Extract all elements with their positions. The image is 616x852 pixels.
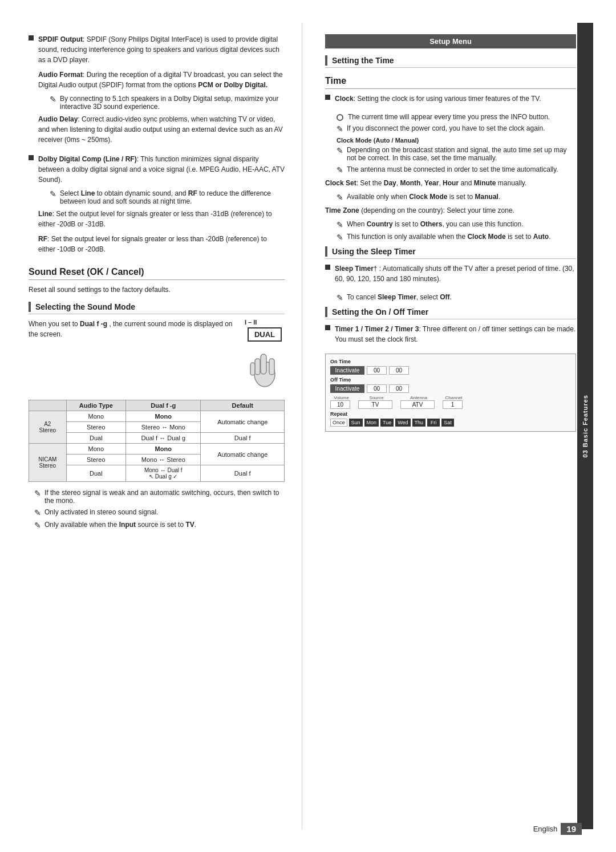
a2-stereo-type: Stereo [66,422,125,433]
clock-label: Clock [335,95,354,103]
on-off-timer-heading: Setting the On / Off Timer [332,307,428,317]
pencil-icon-1: ✎ [50,95,56,104]
audio-format-label: Audio Format [38,71,83,79]
off-time-label: Off Time [330,377,571,383]
pencil-icon-9: ✎ [337,193,343,202]
selecting-heading: Selecting the Sound Mode [35,302,135,311]
a2-mono-type: Mono [66,411,125,422]
section-bar-icon-2 [325,55,327,66]
source-field: TV [358,400,392,409]
stereo-note1: ✎ If the stereo signal is weak and an au… [29,489,285,505]
timer-note-text: Timer 1 / Timer 2 / Timer 3 [335,325,419,333]
nicam-mono-type: Mono [66,444,125,455]
selecting-heading-container: Selecting the Sound Mode [29,302,285,314]
volume-label: Volume [334,395,349,400]
stereo-note3: ✎ Only available when the Input source i… [29,521,285,530]
pencil-icon-5: ✎ [34,521,41,530]
table-row: Dual Dual f ↔ Dual g Dual f [29,433,285,444]
table-header-dual: Dual f -g [126,400,201,411]
channel-field: 1 [443,400,463,409]
a2-dual-dual: Dual f ↔ Dual g [126,433,201,444]
nicam-stereo-type: Stereo [66,455,125,465]
table-header-default: Default [201,400,285,411]
section-bar-icon-4 [325,307,327,317]
clock-content: Clock: Setting the clock is for using va… [335,94,541,108]
on-time-label: On Time [330,359,571,364]
source-label: Source [369,395,383,400]
audio-delay-label: Audio Delay [38,115,78,123]
audio-format-options: PCM or Dolby Digital. [198,81,268,89]
stereo-note1-text: If the stereo signal is weak and an auto… [44,489,285,505]
pencil-icon-4: ✎ [34,508,41,517]
nicam-label: NICAMStereo [29,444,67,482]
note1-text: By connecting to 5.1ch speakers in a Dol… [60,95,285,111]
hand-icon [245,343,285,388]
bullet-square-icon-5 [325,325,330,330]
circle-note-text: The current time will appear every time … [348,113,550,121]
day-thu: Thu [412,419,426,427]
bullet-square-icon-4 [325,265,330,270]
side-tab-text: 03 Basic Features [582,395,589,458]
a2-stereo-label: A2Stereo [29,411,67,444]
sleep-timer-symbol: † [374,265,378,273]
stereo-note2-text: Only activated in stereo sound signal. [44,508,158,516]
clock-set-note: ✎ Available only when Clock Mode is set … [325,193,576,202]
sleep-timer-content: Sleep Timer† : Automatically shuts off t… [335,263,576,289]
antenna-field: ATV [400,400,435,409]
timezone-note2-text: This function is only available when the… [347,233,551,241]
note1-bullet: ✎ By connecting to 5.1ch speakers in a D… [38,95,285,111]
pencil-icon-10: ✎ [337,220,343,229]
sleep-timer-label: Sleep Timer [335,265,374,273]
page-lang: English [533,825,558,833]
pencil-icon-2: ✎ [50,189,56,198]
repeat-label: Repeat [330,411,571,417]
bullet-square-icon-3 [325,95,330,100]
clock-set-label: Clock Set [325,179,356,187]
timer-screenshot-box: On Time Inactivate 00 00 Off Time Inacti… [325,354,576,432]
pencil-icon-6: ✎ [337,124,343,133]
clock-set-text: Clock Set: Set the Day, Month, Year, Hou… [325,178,576,188]
timer-content: Timer 1 / Timer 2 / Timer 3: Three diffe… [335,324,576,349]
bullet-square-icon [29,35,34,40]
pencil-icon-8: ✎ [337,165,343,175]
clock-text: Setting the clock is for using various t… [357,95,541,103]
setting-time-container: Setting the Time [325,55,576,68]
section-bar-icon [29,302,31,312]
nicam-dual-dual: Mono ↔ Dual f↖ Dual g ✓ [126,465,201,482]
section-bar-icon-3 [325,246,327,257]
on-inactivate-field: Inactivate [330,366,364,375]
nicam-dual-default: Dual f [201,465,285,482]
on-time-row: Inactivate 00 00 [330,366,571,375]
line-label: Line [38,210,52,218]
dolby-section: Dolby Digital Comp (Line / RF): This fun… [29,154,285,259]
hand-svg [245,343,285,388]
day-wed: Wed [395,419,410,427]
table-row: NICAMStereo Mono Mono Automatic change [29,444,285,455]
selecting-content: I – II DUAL When you set to Dual f -g , … [29,319,285,394]
clock-mode-note2-text: The antenna must be connected in order t… [347,165,558,173]
channel-item: Channel 1 [443,395,465,409]
dual-illustration: I – II DUAL [245,319,285,388]
dolby-content: Dolby Digital Comp (Line / RF): This fun… [38,154,285,259]
off-time-row: Inactivate 00 00 [330,384,571,393]
day-mon: Mon [364,419,379,427]
spdif-heading: SPDIF Output [38,35,83,43]
on-00-2: 00 [389,366,409,375]
timezone-note1-text: When Country is set to Others, you can u… [347,220,524,228]
day-fri: Fri [427,419,440,427]
pencil-icon-11: ✎ [337,233,343,242]
rf-text: Set the output level for signals greater… [38,235,267,253]
timezone-text: Time Zone (depending on the country): Se… [325,205,576,216]
clock-section: Clock: Setting the clock is for using va… [325,94,576,108]
page-footer: English 19 [533,823,582,835]
page-number: 19 [561,823,582,835]
note2-bullet: ✎ Select Line to obtain dynamic sound, a… [38,189,285,205]
on-00-1: 00 [367,366,387,375]
clock-set-note-text: Available only when Clock Mode is set to… [347,193,500,201]
sleep-timer-note-text: To cancel Sleep Timer, select Off. [347,293,452,301]
off-00-1: 00 [367,384,387,393]
side-tab: 03 Basic Features [577,23,593,829]
clock-mode-note1: ✎ Depending on the broadcast station and… [325,146,576,162]
repeat-once: Once [330,419,347,427]
off-inactivate-field: Inactivate [330,384,364,393]
